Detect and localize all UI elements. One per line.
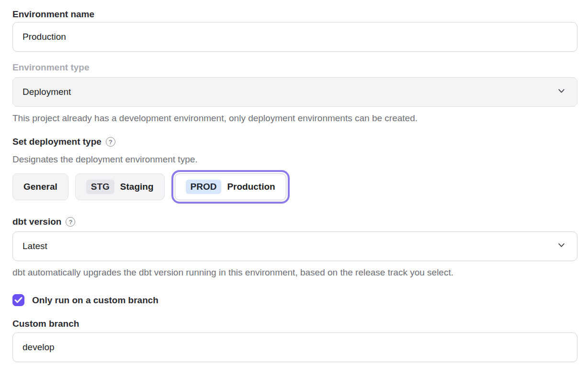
- environment-type-helper: This project already has a development e…: [12, 113, 577, 124]
- production-badge: PROD: [186, 180, 222, 194]
- environment-settings-form: Environment name Environment type Deploy…: [0, 0, 588, 362]
- custom-branch-label: Custom branch: [12, 318, 577, 330]
- question-circle-icon[interactable]: ?: [66, 217, 75, 227]
- environment-name-input[interactable]: [12, 22, 577, 52]
- custom-branch-input[interactable]: [12, 332, 577, 362]
- production-label: Production: [227, 182, 275, 192]
- deployment-type-options: General STG Staging PROD Production: [12, 171, 577, 203]
- environment-type-value: Deployment: [23, 87, 71, 97]
- dbt-version-select[interactable]: Latest: [12, 231, 577, 261]
- environment-name-label: Environment name: [12, 9, 577, 20]
- deployment-type-production-button[interactable]: PROD Production: [175, 173, 286, 200]
- chevron-down-icon: [557, 87, 565, 97]
- dbt-version-title: dbt version: [12, 216, 61, 228]
- checkmark-icon: [14, 297, 23, 303]
- environment-type-label: Environment type: [12, 62, 577, 73]
- deployment-type-general-button[interactable]: General: [12, 173, 68, 200]
- dbt-version-helper: dbt automatically upgrades the dbt versi…: [12, 267, 577, 278]
- custom-branch-checkbox[interactable]: [12, 294, 24, 306]
- custom-branch-toggle-row[interactable]: Only run on a custom branch: [12, 294, 577, 306]
- question-circle-icon[interactable]: ?: [106, 137, 115, 147]
- deployment-type-title: Set deployment type: [12, 136, 102, 148]
- dbt-version-value: Latest: [23, 241, 47, 252]
- dbt-version-heading: dbt version ?: [12, 216, 577, 228]
- staging-badge: STG: [86, 180, 114, 194]
- general-label: General: [23, 182, 57, 192]
- deployment-type-staging-button[interactable]: STG Staging: [75, 173, 165, 200]
- deployment-type-heading: Set deployment type ?: [12, 136, 577, 148]
- staging-label: Staging: [120, 182, 154, 192]
- custom-branch-toggle-label: Only run on a custom branch: [32, 295, 158, 306]
- chevron-down-icon: [557, 241, 565, 252]
- environment-type-select: Deployment: [12, 77, 577, 107]
- deployment-type-helper: Designates the deployment environment ty…: [12, 154, 577, 165]
